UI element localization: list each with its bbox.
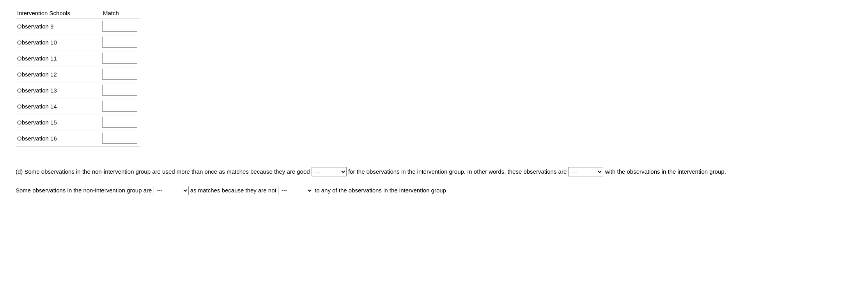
match-input-15[interactable] [102, 117, 137, 128]
match-input-10[interactable] [102, 37, 137, 48]
paragraph-e-text1: Some observations in the non-interventio… [16, 187, 152, 194]
col-school-header: Intervention Schools [16, 10, 101, 16]
col-match-header: Match [101, 10, 140, 16]
match-input-16[interactable] [102, 133, 137, 144]
match-input-cell[interactable] [101, 51, 140, 65]
match-input-cell[interactable] [101, 83, 140, 97]
paragraph-d-dropdown1[interactable]: --- [312, 167, 347, 176]
table-row: Observation 11 [16, 50, 140, 66]
observation-label: Observation 15 [16, 117, 101, 128]
paragraph-d-dropdown2[interactable]: --- [568, 167, 603, 176]
match-input-cell[interactable] [101, 19, 140, 33]
paragraph-d-section: (d) Some observations in the non-interve… [16, 166, 852, 196]
observation-label: Observation 10 [16, 37, 101, 48]
table-row: Observation 12 [16, 66, 140, 82]
match-input-cell[interactable] [101, 131, 140, 145]
table-row: Observation 13 [16, 82, 140, 98]
match-input-13[interactable] [102, 85, 137, 96]
match-input-14[interactable] [102, 101, 137, 112]
table-row: Observation 16 [16, 130, 140, 146]
match-input-cell[interactable] [101, 35, 140, 49]
paragraph-d: (d) Some observations in the non-interve… [16, 166, 852, 178]
paragraph-e: Some observations in the non-interventio… [16, 185, 852, 196]
table-header: Intervention Schools Match [16, 8, 140, 18]
table-row: Observation 9 [16, 18, 140, 34]
match-input-cell[interactable] [101, 115, 140, 129]
paragraph-d-text1: (d) Some observations in the non-interve… [16, 168, 310, 175]
paragraph-d-text2: for the observations in the intervention… [348, 168, 567, 175]
paragraph-e-text2: as matches because they are not [190, 187, 276, 194]
paragraph-e-dropdown1[interactable]: --- [154, 186, 189, 195]
observation-label: Observation 14 [16, 101, 101, 112]
match-input-cell[interactable] [101, 67, 140, 81]
observations-table: Intervention Schools Match Observation 9… [16, 8, 140, 146]
table-row: Observation 10 [16, 34, 140, 50]
paragraph-e-dropdown2[interactable]: --- [278, 186, 313, 195]
paragraph-d-text3: with the observations in the interventio… [605, 168, 726, 175]
observation-label: Observation 11 [16, 53, 101, 64]
observation-label: Observation 9 [16, 21, 101, 32]
paragraph-e-text3: to any of the observations in the interv… [315, 187, 448, 194]
observation-label: Observation 12 [16, 69, 101, 80]
table-row: Observation 14 [16, 98, 140, 114]
match-input-cell[interactable] [101, 99, 140, 113]
match-input-11[interactable] [102, 53, 137, 64]
observation-label: Observation 13 [16, 85, 101, 96]
match-input-12[interactable] [102, 69, 137, 80]
match-input-9[interactable] [102, 21, 137, 32]
table-row: Observation 15 [16, 114, 140, 130]
observation-label: Observation 16 [16, 133, 101, 144]
